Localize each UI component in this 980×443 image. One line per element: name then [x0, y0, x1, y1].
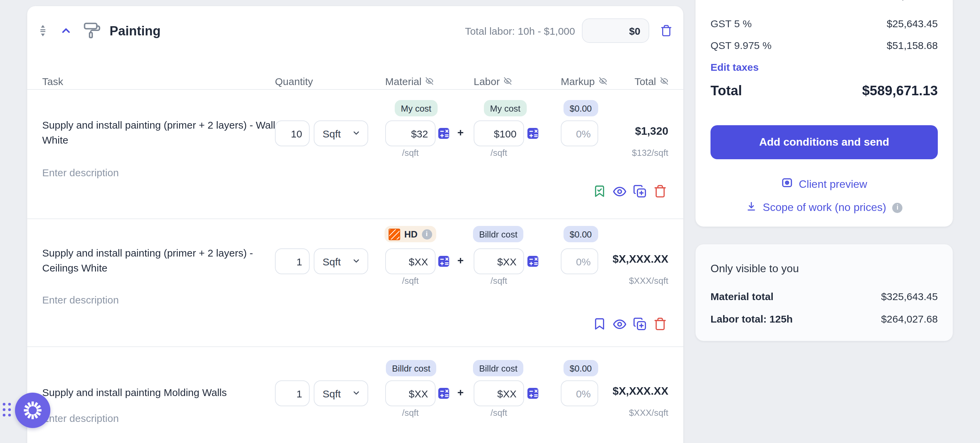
unit-select[interactable]: Sqft [314, 121, 368, 146]
tax-value: $51,158.68 [887, 40, 938, 51]
material-total-row: Material total $325,643.45 [711, 291, 938, 302]
row-total-per-unit: $XXX/sqft [629, 408, 668, 418]
section-drag-handle-icon[interactable] [38, 23, 48, 41]
row-total-per-unit: $132/sqft [632, 148, 668, 158]
labor-source-badge[interactable]: My cost [484, 100, 527, 116]
chevron-down-icon [352, 256, 361, 267]
chevron-down-icon [352, 387, 361, 399]
subtotal-value: $512,869.00 [877, 0, 938, 2]
material-cost-input[interactable] [385, 248, 436, 274]
duplicate-icon[interactable] [633, 317, 646, 333]
calculator-icon[interactable] [438, 387, 450, 399]
section-amount-input[interactable] [582, 18, 649, 43]
column-header-material: Material [385, 76, 434, 87]
column-header-markup: Markup [561, 76, 607, 87]
labor-total-value: $264,027.68 [881, 313, 938, 325]
calculator-icon[interactable] [527, 255, 539, 267]
task-name[interactable]: Supply and install painting (primer + 2 … [42, 246, 282, 276]
material-source-badge[interactable]: My cost [395, 100, 438, 116]
page: Painting Total labor: 10h - $1,000 Task … [0, 0, 980, 443]
plus-operator: + [457, 127, 464, 139]
calculator-icon[interactable] [527, 127, 539, 140]
column-header-task: Task [42, 76, 63, 87]
description-placeholder[interactable]: Enter description [42, 294, 119, 306]
labor-cost-input[interactable] [474, 380, 524, 406]
tax-label: QST 9.975 % [711, 40, 772, 51]
calculator-icon[interactable] [527, 387, 539, 399]
add-conditions-and-send-button[interactable]: Add conditions and send [711, 125, 938, 159]
scope-of-work-link[interactable]: Scope of work (no prices) i [695, 201, 953, 214]
eye-off-icon[interactable] [660, 76, 668, 87]
material-cost-input[interactable] [385, 121, 436, 146]
labor-per-unit: /sqft [474, 408, 524, 418]
client-preview-link[interactable]: Client preview [695, 177, 953, 191]
total-row: Total $589,671.13 [711, 83, 938, 98]
info-icon[interactable]: i [892, 202, 902, 213]
section-total-labor: Total labor: 10h - $1,000 [465, 25, 575, 37]
labor-cost-input[interactable] [474, 121, 524, 146]
calculator-icon[interactable] [438, 127, 450, 140]
table-row: Supply and install painting (primer + 2 … [27, 219, 683, 347]
section-title: Painting [110, 23, 161, 40]
quantity-input[interactable] [275, 380, 310, 406]
eye-off-icon[interactable] [426, 76, 434, 87]
chevron-down-icon [352, 128, 361, 139]
delete-row-trash-icon[interactable] [653, 184, 667, 201]
assistant-floating-button[interactable] [15, 393, 50, 428]
calculator-icon[interactable] [438, 255, 450, 267]
labor-source-badge[interactable]: Billdr cost [473, 226, 524, 242]
description-placeholder[interactable]: Enter description [42, 412, 119, 424]
row-total-amount: $X,XXX.XX [612, 385, 668, 397]
widget-drag-handle-dots[interactable] [3, 403, 11, 416]
eye-icon[interactable] [612, 317, 627, 334]
table-row: Supply and install painting Molding Wall… [27, 347, 683, 443]
client-preview-icon [781, 177, 793, 191]
eye-icon[interactable] [612, 184, 627, 202]
delete-section-trash-icon[interactable] [660, 24, 672, 40]
markup-amount-badge: $0.00 [563, 100, 598, 116]
duplicate-icon[interactable] [633, 184, 646, 201]
labor-cost-input[interactable] [474, 248, 524, 274]
material-cost-input[interactable] [385, 380, 436, 406]
quantity-input[interactable] [275, 121, 310, 146]
bookmark-icon[interactable] [593, 317, 606, 333]
column-header-quantity: Quantity [275, 76, 313, 87]
markup-percent-input[interactable] [561, 248, 598, 274]
row-total-per-unit: $XXX/sqft [629, 276, 668, 286]
bookmark-check-icon[interactable] [593, 184, 606, 201]
eye-off-icon[interactable] [599, 76, 607, 87]
markup-amount-badge: $0.00 [563, 226, 598, 242]
labor-source-badge[interactable]: Billdr cost [473, 360, 524, 376]
material-source-badge-home-depot[interactable]: HD i [385, 226, 436, 242]
material-source-badge[interactable]: Billdr cost [386, 360, 437, 376]
quantity-input[interactable] [275, 248, 310, 274]
column-header-labor: Labor [474, 76, 512, 87]
edit-taxes-link[interactable]: Edit taxes [711, 61, 759, 73]
task-name[interactable]: Supply and install painting Molding Wall… [42, 385, 227, 400]
tax-row: QST 9.975 % $51,158.68 [711, 40, 938, 51]
paint-roller-icon [83, 21, 102, 42]
labor-total-label: Labor total: 125h [711, 313, 793, 325]
plus-operator: + [457, 254, 464, 267]
unit-select[interactable]: Sqft [314, 248, 368, 274]
table-row: Supply and install painting (primer + 2 … [27, 89, 683, 219]
column-header-total: Total [635, 76, 668, 87]
eye-off-icon[interactable] [504, 76, 512, 87]
description-placeholder[interactable]: Enter description [42, 167, 119, 178]
subtotal-label: Subtotal [711, 0, 754, 2]
unit-select[interactable]: Sqft [314, 380, 368, 406]
quote-summary-card: Subtotal $512,869.00 GST 5 % $25,643.45 … [695, 0, 953, 227]
markup-percent-input[interactable] [561, 380, 598, 406]
material-total-value: $325,643.45 [881, 291, 938, 302]
markup-percent-input[interactable] [561, 121, 598, 146]
tax-value: $25,643.45 [887, 18, 938, 29]
collapse-section-chevron-up-icon[interactable] [60, 24, 72, 40]
private-totals-card: Only visible to you Material total $325,… [695, 244, 953, 341]
info-icon[interactable]: i [422, 229, 432, 239]
labor-per-unit: /sqft [474, 276, 524, 286]
material-total-label: Material total [711, 291, 773, 302]
task-name[interactable]: Supply and install painting (primer + 2 … [42, 118, 282, 148]
delete-row-trash-icon[interactable] [653, 317, 667, 333]
private-card-title: Only visible to you [711, 263, 799, 275]
tax-row: GST 5 % $25,643.45 [711, 18, 938, 29]
